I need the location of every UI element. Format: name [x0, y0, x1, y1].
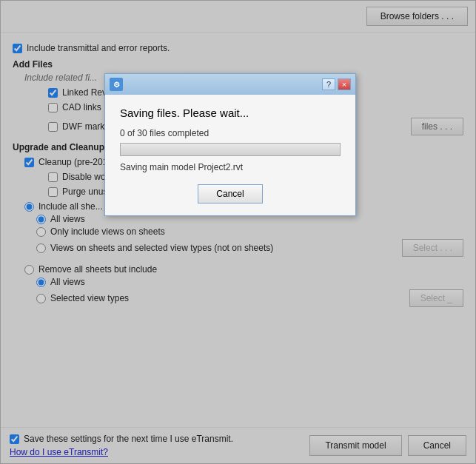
dialog-titlebar: ⚙ ? × — [105, 74, 355, 95]
dialog-titlebar-left: ⚙ — [110, 78, 123, 91]
dialog-body: Saving files. Please wait... 0 of 30 fil… — [105, 95, 355, 215]
dialog-buttons: Cancel — [120, 184, 341, 204]
dialog-titlebar-right: ? × — [322, 78, 351, 90]
saving-text: Saving main model Project2.rvt — [120, 162, 341, 172]
dialog-heading: Saving files. Please wait... — [120, 107, 341, 119]
progress-bar-container — [120, 143, 341, 156]
dialog-help-button[interactable]: ? — [322, 78, 335, 90]
dialog-overlay: ⚙ ? × Saving files. Please wait... 0 of … — [1, 1, 475, 463]
dialog-cancel-button[interactable]: Cancel — [198, 184, 262, 204]
main-window: Browse folders . . . Include transmittal… — [0, 0, 476, 464]
progress-label: 0 of 30 files completed — [120, 128, 341, 138]
saving-dialog: ⚙ ? × Saving files. Please wait... 0 of … — [104, 73, 356, 216]
dialog-app-icon: ⚙ — [110, 78, 123, 91]
dialog-close-button[interactable]: × — [338, 78, 351, 90]
